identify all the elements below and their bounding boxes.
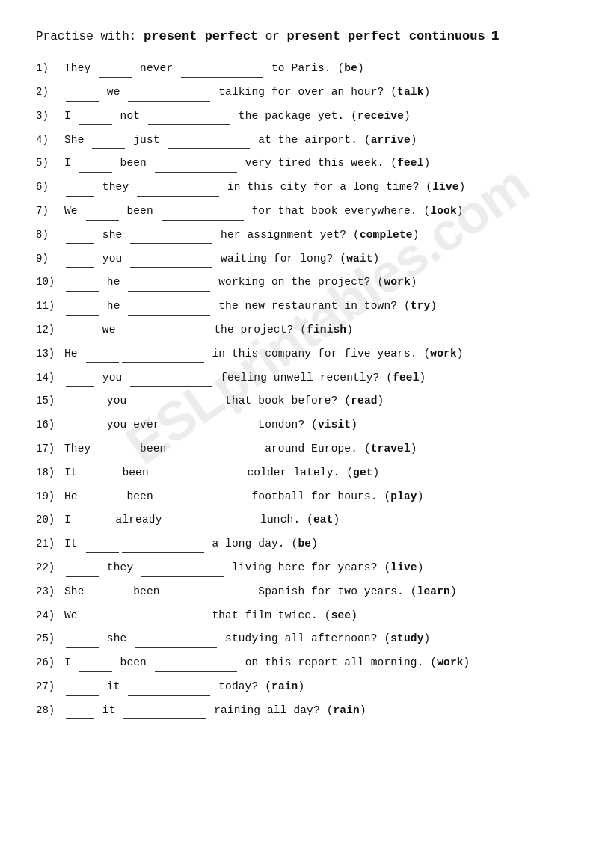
hint: (work) bbox=[378, 276, 417, 288]
hint: (play) bbox=[384, 490, 423, 502]
hint: (arrive) bbox=[364, 134, 417, 146]
item-content: he the new restaurant in town? (try) bbox=[64, 297, 578, 316]
fill-blank bbox=[86, 352, 119, 363]
fill-blank bbox=[99, 447, 132, 458]
list-item: 17)They been around Europe. (travel) bbox=[36, 440, 578, 458]
fill-blank bbox=[130, 233, 212, 244]
list-item: 20)I already lunch. (eat) bbox=[36, 511, 578, 529]
fill-blank bbox=[162, 495, 244, 506]
fill-blank bbox=[66, 304, 99, 316]
hint: (live) bbox=[426, 181, 465, 193]
page-title: Practise with: present perfect or presen… bbox=[36, 27, 578, 46]
hint: (finish) bbox=[300, 324, 353, 336]
item-content: She been Spanish for two years. (learn) bbox=[64, 582, 578, 601]
item-content: he working on the project? (work) bbox=[64, 273, 578, 292]
item-number: 4) bbox=[36, 132, 64, 150]
fill-blank bbox=[123, 328, 206, 339]
hint: (visit) bbox=[311, 419, 357, 431]
hint: (be) bbox=[292, 538, 318, 550]
list-item: 1)They never to Paris. (be) bbox=[36, 59, 578, 78]
item-number: 17) bbox=[36, 440, 64, 458]
fill-blank bbox=[79, 518, 108, 529]
item-content: they in this city for a long time? (live… bbox=[64, 178, 578, 197]
item-content: we the project? (finish) bbox=[64, 321, 578, 339]
item-number: 16) bbox=[36, 416, 64, 434]
item-number: 25) bbox=[36, 630, 64, 648]
hint: (be) bbox=[337, 62, 363, 74]
hint: (wait) bbox=[340, 253, 379, 265]
fill-blank bbox=[168, 138, 250, 150]
item-number: 13) bbox=[36, 345, 64, 363]
hint: (work) bbox=[423, 348, 463, 360]
hint: (eat) bbox=[307, 514, 340, 526]
list-item: 15) you that book before? (read) bbox=[36, 392, 578, 410]
list-item: 4)She just at the airport. (arrive) bbox=[36, 131, 578, 150]
item-content: We been for that book everywhere. (look) bbox=[64, 202, 578, 221]
item-content: It been colder lately. (get) bbox=[64, 464, 578, 482]
list-item: 5)I been very tired this week. (feel) bbox=[36, 154, 578, 173]
item-content: you waiting for long? (wait) bbox=[64, 250, 578, 268]
exercise-list: 1)They never to Paris. (be)2) we talking… bbox=[36, 59, 578, 719]
fill-blank bbox=[86, 542, 119, 553]
fill-blank bbox=[141, 566, 224, 577]
hint: (get) bbox=[346, 467, 379, 478]
fill-blank bbox=[92, 590, 125, 601]
list-item: 9) you waiting for long? (wait) bbox=[36, 250, 578, 268]
list-item: 23)She been Spanish for two years. (lear… bbox=[36, 582, 578, 601]
fill-blank bbox=[128, 281, 210, 292]
fill-blank bbox=[122, 542, 204, 553]
fill-blank bbox=[66, 423, 99, 434]
list-item: 25) she studying all afternoon? (study) bbox=[36, 630, 578, 648]
fill-blank bbox=[174, 447, 257, 458]
list-item: 26)I been on this report all morning. (w… bbox=[36, 653, 578, 672]
hint: (read) bbox=[344, 395, 384, 407]
item-content: I not the package yet. (receive) bbox=[64, 107, 578, 126]
fill-blank bbox=[99, 67, 132, 78]
title-or: or bbox=[258, 30, 286, 43]
item-number: 9) bbox=[36, 250, 64, 268]
fill-blank bbox=[137, 185, 219, 197]
list-item: 11) he the new restaurant in town? (try) bbox=[36, 297, 578, 316]
hint: (complete) bbox=[353, 229, 420, 241]
item-content: They never to Paris. (be) bbox=[64, 59, 578, 78]
fill-blank bbox=[66, 685, 99, 696]
item-content: I already lunch. (eat) bbox=[64, 511, 578, 529]
item-number: 5) bbox=[36, 155, 64, 173]
item-number: 15) bbox=[36, 393, 64, 410]
item-number: 18) bbox=[36, 464, 64, 482]
fill-blank bbox=[66, 281, 99, 292]
hint: (look) bbox=[424, 205, 464, 217]
item-number: 7) bbox=[36, 203, 64, 221]
title-bold2: present perfect continuous bbox=[286, 29, 485, 43]
item-number: 24) bbox=[36, 607, 64, 625]
list-item: 3)I not the package yet. (receive) bbox=[36, 107, 578, 126]
list-item: 8) she her assignment yet? (complete) bbox=[36, 226, 578, 244]
fill-blank bbox=[155, 661, 237, 672]
fill-blank bbox=[135, 637, 217, 648]
item-number: 1) bbox=[36, 60, 64, 78]
item-content: I been on this report all morning. (work… bbox=[64, 653, 578, 672]
fill-blank bbox=[168, 590, 250, 601]
fill-blank bbox=[66, 233, 94, 244]
list-item: 24)We that film twice. (see) bbox=[36, 606, 578, 625]
hint: (live) bbox=[384, 561, 423, 573]
item-number: 12) bbox=[36, 321, 64, 339]
item-content: He in this company for five years. (work… bbox=[64, 345, 578, 363]
list-item: 10) he working on the project? (work) bbox=[36, 273, 578, 292]
list-item: 19)He been football for hours. (play) bbox=[36, 487, 578, 506]
item-content: We that film twice. (see) bbox=[64, 606, 578, 625]
list-item: 14) you feeling unwell recently? (feel) bbox=[36, 369, 578, 387]
item-number: 28) bbox=[36, 702, 64, 720]
item-number: 27) bbox=[36, 678, 64, 696]
hint: (feel) bbox=[386, 372, 426, 384]
hint: (study) bbox=[384, 632, 430, 644]
item-content: They been around Europe. (travel) bbox=[64, 440, 578, 458]
item-number: 3) bbox=[36, 108, 64, 126]
fill-blank bbox=[66, 90, 99, 102]
fill-blank bbox=[79, 114, 112, 126]
fill-blank bbox=[66, 328, 94, 339]
fill-blank bbox=[135, 399, 217, 410]
fill-blank bbox=[148, 114, 230, 126]
fill-blank bbox=[128, 304, 210, 316]
hint: (see) bbox=[325, 609, 357, 621]
